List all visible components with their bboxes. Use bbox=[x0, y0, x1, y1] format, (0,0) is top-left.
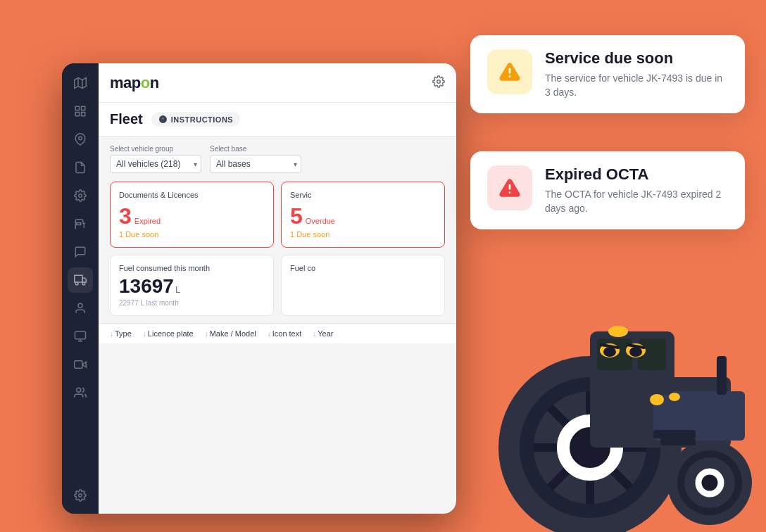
svg-marker-0 bbox=[75, 78, 87, 89]
col-type: ↓ Type bbox=[110, 329, 132, 338]
svg-marker-12 bbox=[82, 278, 86, 282]
svg-line-58 bbox=[627, 345, 644, 348]
services-due-soon: 1 Due soon bbox=[290, 230, 436, 239]
svg-line-57 bbox=[601, 345, 618, 348]
notification-service-due: Service due soon The service for vehicle… bbox=[470, 35, 745, 113]
col-icon-text: ↓ Icon text bbox=[268, 329, 302, 338]
sidebar-item-location[interactable] bbox=[68, 127, 93, 152]
table-header: ↓ Type ↓ Licence plate ↓ Make / Model ↓ … bbox=[99, 323, 456, 343]
sidebar-item-settings-bottom[interactable] bbox=[68, 483, 93, 508]
svg-rect-6 bbox=[82, 113, 85, 116]
fuel-last-month: 22977 L last month bbox=[119, 299, 265, 307]
svg-rect-45 bbox=[590, 377, 731, 448]
col-year: ↓ Year bbox=[313, 329, 333, 338]
page-header: Fleet INSTRUCTIONS bbox=[99, 103, 456, 137]
svg-point-39 bbox=[563, 421, 617, 474]
svg-point-52 bbox=[669, 393, 680, 401]
col-licence-plate: ↓ Licence plate bbox=[143, 329, 194, 338]
svg-point-54 bbox=[626, 343, 646, 357]
overdue-label: Overdue bbox=[306, 217, 335, 225]
svg-point-33 bbox=[534, 391, 646, 504]
svg-point-43 bbox=[697, 470, 722, 495]
svg-point-13 bbox=[75, 282, 78, 285]
fuel-section: Fuel consumed this month 13697 L 22977 L… bbox=[99, 248, 456, 316]
svg-point-23 bbox=[437, 80, 441, 83]
octa-expired-title: Expired OCTA bbox=[545, 165, 728, 184]
vehicle-group-label: Select vehicle group bbox=[110, 145, 201, 153]
svg-point-42 bbox=[684, 457, 735, 508]
services-card: Servic 5 Overdue 1 Due soon bbox=[281, 182, 445, 248]
base-select[interactable]: All bases bbox=[210, 155, 301, 173]
svg-rect-48 bbox=[597, 338, 632, 370]
svg-point-32 bbox=[520, 377, 660, 518]
svg-point-34 bbox=[562, 419, 618, 476]
main-content: mapon Fleet INSTRUCTIONS Select vehicle … bbox=[99, 63, 456, 514]
sidebar-item-user[interactable] bbox=[68, 296, 93, 321]
tractor-illustration bbox=[449, 208, 766, 532]
due-soon-label: 1 Due soon bbox=[119, 230, 265, 239]
sidebar-item-partners[interactable] bbox=[68, 380, 93, 405]
sidebar-item-map[interactable] bbox=[68, 70, 93, 96]
svg-point-31 bbox=[498, 356, 682, 532]
instructions-label: INSTRUCTIONS bbox=[171, 115, 234, 124]
sidebar bbox=[62, 63, 99, 514]
svg-rect-20 bbox=[75, 361, 82, 369]
svg-rect-10 bbox=[77, 223, 81, 225]
svg-rect-11 bbox=[75, 275, 82, 282]
svg-point-51 bbox=[650, 394, 664, 405]
svg-marker-19 bbox=[82, 362, 86, 367]
sidebar-item-settings-top[interactable] bbox=[68, 183, 93, 208]
svg-point-55 bbox=[603, 347, 616, 357]
svg-rect-4 bbox=[82, 106, 85, 110]
base-filter: Select base All bases bbox=[210, 145, 301, 173]
svg-rect-60 bbox=[653, 430, 696, 438]
svg-point-15 bbox=[78, 303, 82, 308]
svg-point-21 bbox=[77, 388, 81, 392]
svg-line-37 bbox=[550, 407, 630, 488]
sidebar-item-video[interactable] bbox=[68, 352, 93, 377]
sidebar-item-messages[interactable] bbox=[68, 239, 93, 265]
documents-title: Documents & Licences bbox=[119, 191, 265, 199]
documents-card: Documents & Licences 3 Expired 1 Due soo… bbox=[110, 182, 274, 248]
fuel-month-title: Fuel consumed this month bbox=[119, 264, 265, 272]
svg-rect-16 bbox=[75, 331, 86, 339]
service-notification-content: Service due soon The service for vehicle… bbox=[545, 49, 728, 99]
sidebar-item-fleet[interactable] bbox=[68, 267, 93, 293]
vehicle-group-select[interactable]: All vehicles (218) bbox=[110, 155, 201, 173]
service-due-title: Service due soon bbox=[545, 49, 728, 68]
svg-point-41 bbox=[677, 450, 742, 515]
svg-line-38 bbox=[550, 407, 630, 488]
sidebar-item-documents[interactable] bbox=[68, 155, 93, 180]
service-due-body: The service for vehicle JK-7493 is due i… bbox=[545, 72, 728, 99]
tablet-screen: mapon Fleet INSTRUCTIONS Select vehicle … bbox=[62, 63, 456, 514]
sidebar-item-inventory[interactable] bbox=[68, 324, 93, 349]
topbar: mapon bbox=[99, 63, 456, 103]
instructions-button[interactable]: INSTRUCTIONS bbox=[151, 112, 241, 127]
svg-point-53 bbox=[600, 343, 620, 357]
svg-point-8 bbox=[79, 194, 82, 198]
logo-dot: o bbox=[141, 74, 150, 91]
svg-point-7 bbox=[79, 137, 82, 140]
base-label: Select base bbox=[210, 145, 301, 153]
fuel-cost-title: Fuel co bbox=[290, 264, 436, 272]
sidebar-item-dashboard[interactable] bbox=[68, 99, 93, 124]
fuel-value: 13697 bbox=[119, 277, 174, 296]
sidebar-item-fuel[interactable] bbox=[68, 211, 93, 236]
svg-rect-50 bbox=[717, 356, 727, 395]
service-warning-icon-box bbox=[487, 49, 532, 94]
fuel-cost-card: Fuel co bbox=[281, 255, 445, 316]
svg-point-40 bbox=[667, 441, 752, 525]
svg-point-44 bbox=[698, 471, 721, 494]
filters-row: Select vehicle group All vehicles (218) … bbox=[99, 137, 456, 182]
octa-notification-content: Expired OCTA The OCTA for vehicle JK-749… bbox=[545, 165, 728, 215]
overdue-count: 5 bbox=[290, 205, 303, 227]
svg-point-22 bbox=[79, 494, 82, 498]
svg-rect-61 bbox=[660, 438, 696, 445]
settings-gear-icon[interactable] bbox=[432, 75, 445, 91]
svg-rect-47 bbox=[590, 331, 674, 395]
octa-expired-body: The OCTA for vehicle JK-7493 expired 2 d… bbox=[545, 188, 728, 215]
fuel-unit: L bbox=[175, 284, 180, 295]
octa-danger-icon-box bbox=[487, 165, 532, 210]
stats-grid: Documents & Licences 3 Expired 1 Due soo… bbox=[99, 182, 456, 248]
svg-rect-3 bbox=[75, 106, 79, 110]
